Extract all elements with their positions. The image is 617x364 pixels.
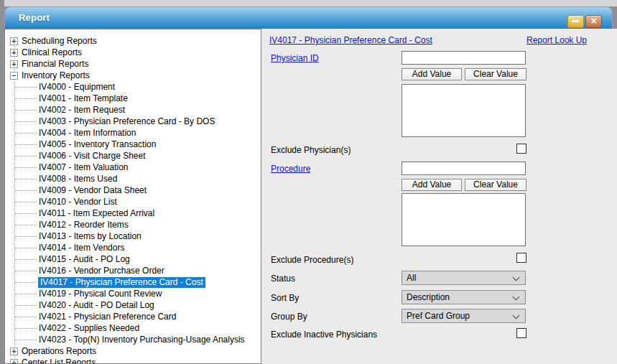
report-parameters-panel: IV4017 - Physician Preference Card - Cos… — [261, 29, 617, 364]
tree-item-iv4019-physical-count-review[interactable]: IV4019 - Physical Count Review — [5, 288, 261, 299]
tree-item-iv4020-audit-po-detail-log[interactable]: IV4020 - Audit - PO Detail Log — [5, 299, 261, 311]
window-content: +Scheduling Reports+Clinical Reports+Fin… — [4, 29, 617, 364]
tree-item-iv4004-item-information[interactable]: IV4004 - Item Information — [5, 127, 261, 139]
minimize-button[interactable] — [567, 15, 584, 28]
expand-icon[interactable]: + — [10, 37, 18, 45]
tree-item-iv4001-item-template[interactable]: IV4001 - Item Template — [5, 93, 261, 104]
procedure-listbox[interactable] — [402, 193, 526, 246]
physician-id-input[interactable] — [402, 51, 526, 65]
collapse-icon[interactable]: − — [10, 72, 18, 80]
tree-connector — [15, 110, 37, 111]
tree-connector — [15, 248, 37, 248]
tree-item-label: Operations Reports — [22, 346, 96, 357]
tree-item-label: IV4009 - Vendor Data Sheet — [39, 185, 147, 196]
tree-item-label: IV4000 - Equipment — [39, 82, 115, 93]
tree-item-label: Scheduling Reports — [22, 36, 97, 47]
tree-item-label: IV4006 - Visit Charge Sheet — [39, 151, 146, 162]
tree-item-operations-reports[interactable]: +Operations Reports — [5, 345, 261, 357]
tree-item-iv4021-physician-preference-card[interactable]: IV4021 - Physician Preference Card — [5, 311, 261, 322]
tree-connector — [15, 156, 37, 157]
report-title-link[interactable]: IV4017 - Physician Preference Card - Cos… — [269, 35, 432, 45]
group-by-dropdown[interactable]: Pref Card Group — [402, 309, 526, 323]
tree-item-iv4013-items-by-location[interactable]: IV4013 - Items by Location — [5, 230, 261, 242]
tree-connector — [15, 133, 37, 134]
window-titlebar[interactable]: Report × — [4, 6, 613, 29]
exclude-inactive-physicians-checkbox[interactable] — [516, 328, 526, 338]
chevron-down-icon — [513, 274, 520, 281]
status-dropdown[interactable]: All — [402, 271, 526, 285]
exclude-physicians-checkbox[interactable] — [516, 144, 526, 154]
exclude-physicians-label: Exclude Physician(s) — [271, 145, 351, 156]
sort-by-dropdown[interactable]: Description — [402, 290, 526, 304]
exclude-procedures-checkbox[interactable] — [516, 253, 526, 263]
tree-connector — [15, 225, 37, 225]
group-by-selected-value: Pref Card Group — [407, 311, 470, 321]
minimize-icon — [572, 20, 579, 22]
tree-item-iv4002-item-request[interactable]: IV4002 - Item Request — [5, 104, 261, 116]
tree-item-label: Financial Reports — [22, 59, 88, 70]
tree-connector — [15, 213, 37, 214]
physician-id-label-link[interactable]: Physician ID — [271, 53, 319, 63]
tree-item-iv4022-supplies-needed[interactable]: IV4022 - Supplies Needed — [5, 322, 261, 334]
tree-item-label: IV4012 - Reorder Items — [39, 220, 129, 230]
tree-item-label: IV4020 - Audit - PO Detail Log — [39, 300, 154, 311]
tree-connector — [15, 98, 37, 99]
window-title: Report — [19, 12, 50, 23]
tree-item-iv4010-vendor-list[interactable]: IV4010 - Vendor List — [5, 196, 261, 207]
tree-item-iv4000-equipment[interactable]: IV4000 - Equipment — [5, 81, 261, 93]
tree-item-label: IV4014 - Item Vendors — [39, 243, 124, 253]
tree-connector — [15, 294, 37, 294]
procedure-add-value-button[interactable]: Add Value — [402, 179, 462, 191]
tree-connector — [15, 328, 37, 329]
expand-icon[interactable]: + — [10, 359, 18, 364]
tree-connector — [15, 305, 37, 306]
tree-item-iv4005-inventory-transaction[interactable]: IV4005 - Inventory Transaction — [5, 139, 261, 150]
tree-item-iv4011-item-expected-arrival[interactable]: IV4011 - Item Expected Arrival — [5, 207, 261, 219]
tree-item-label: IV4016 - Vendor Purchase Order — [39, 266, 164, 276]
tree-item-scheduling-reports[interactable]: +Scheduling Reports — [5, 35, 261, 47]
tree-item-iv4009-vendor-data-sheet[interactable]: IV4009 - Vendor Data Sheet — [5, 185, 261, 196]
tree-connector — [15, 282, 37, 283]
procedure-clear-value-button[interactable]: Clear Value — [465, 179, 526, 191]
procedure-input[interactable] — [402, 162, 526, 175]
tree-item-iv4016-vendor-purchase-order[interactable]: IV4016 - Vendor Purchase Order — [5, 265, 261, 276]
tree-item-iv4023-top-n-inventory-purchasing-usage-analysis[interactable]: IV4023 - Top(N) Inventory Purchasing-Usa… — [5, 334, 261, 345]
tree-item-label: IV4003 - Physician Preference Card - By … — [39, 116, 215, 127]
tree-item-iv4007-item-valuation[interactable]: IV4007 - Item Valuation — [5, 162, 261, 173]
tree-item-center-list-reports[interactable]: +Center List Reports — [5, 357, 261, 364]
tree-item-iv4017-physician-preference-card-cost[interactable]: IV4017 - Physician Preference Card - Cos… — [5, 276, 261, 288]
report-tree[interactable]: +Scheduling Reports+Clinical Reports+Fin… — [4, 29, 261, 364]
tree-connector — [15, 167, 37, 168]
sort-by-selected-value: Description — [407, 292, 450, 302]
physician-id-listbox[interactable] — [402, 84, 526, 137]
tree-item-label: IV4005 - Inventory Transaction — [39, 139, 156, 150]
physician-add-value-button[interactable]: Add Value — [402, 68, 462, 80]
tree-item-iv4008-items-used[interactable]: IV4008 - Items Used — [5, 173, 261, 185]
expand-icon[interactable]: + — [10, 347, 18, 355]
tree-item-iv4012-reorder-items[interactable]: IV4012 - Reorder Items — [5, 219, 261, 230]
procedure-label-link[interactable]: Procedure — [271, 164, 310, 174]
tree-item-financial-reports[interactable]: +Financial Reports — [5, 58, 261, 70]
tree-item-label: Center List Reports — [22, 358, 96, 364]
tree-item-label: IV4007 - Item Valuation — [39, 162, 129, 173]
tree-item-label: IV4002 - Item Request — [39, 105, 125, 116]
tree-item-label: IV4015 - Audit - PO Log — [39, 254, 130, 265]
tree-item-clinical-reports[interactable]: +Clinical Reports — [5, 47, 261, 58]
close-button[interactable]: × — [585, 15, 602, 28]
tree-item-iv4006-visit-charge-sheet[interactable]: IV4006 - Visit Charge Sheet — [5, 150, 261, 162]
tree-item-iv4015-audit-po-log[interactable]: IV4015 - Audit - PO Log — [5, 253, 261, 265]
tree-item-iv4003-physician-preference-card-by-dos[interactable]: IV4003 - Physician Preference Card - By … — [5, 116, 261, 127]
tree-item-label: IV4023 - Top(N) Inventory Purchasing-Usa… — [39, 335, 245, 345]
expand-icon[interactable]: + — [10, 60, 18, 68]
expand-icon[interactable]: + — [10, 49, 18, 57]
tree-item-iv4014-item-vendors[interactable]: IV4014 - Item Vendors — [5, 242, 261, 253]
tree-item-label: IV4004 - Item Information — [39, 128, 136, 139]
tree-item-inventory-reports[interactable]: −Inventory Reports — [5, 70, 261, 81]
report-lookup-link[interactable]: Report Look Up — [526, 35, 587, 45]
tree-item-label: IV4019 - Physical Count Review — [39, 289, 162, 299]
status-label: Status — [271, 274, 295, 284]
report-window: Report × +Scheduling Reports+Clinical Re… — [0, 0, 617, 364]
tree-connector — [15, 87, 37, 88]
tree-connector — [15, 121, 37, 122]
physician-clear-value-button[interactable]: Clear Value — [465, 68, 526, 80]
